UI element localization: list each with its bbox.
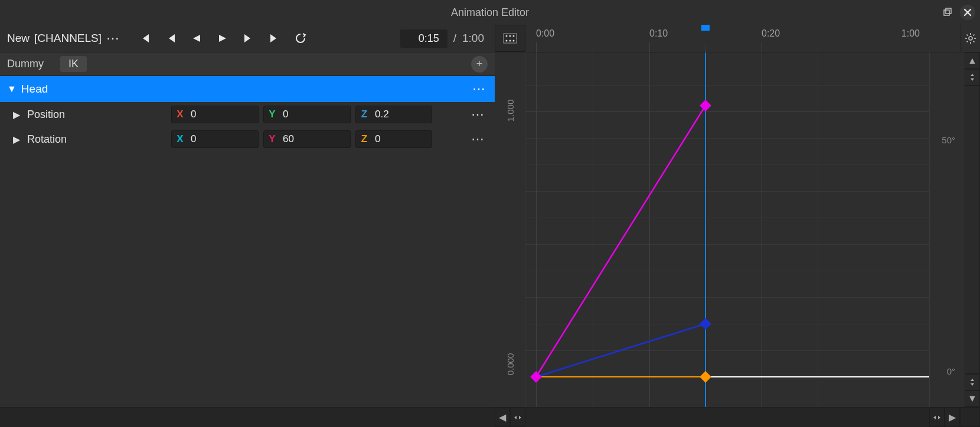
ruler-tick: 0:20 xyxy=(762,28,780,39)
time-total: 1:00 xyxy=(462,32,488,45)
graph-canvas[interactable] xyxy=(525,52,929,407)
svg-rect-2 xyxy=(504,34,517,43)
add-track-button[interactable]: + xyxy=(471,56,488,73)
vertical-scrollbar[interactable]: ▲ ▼ xyxy=(965,52,980,407)
rotation-label: Rotation xyxy=(27,133,166,146)
close-button[interactable] xyxy=(960,5,975,20)
scroll-left-button[interactable]: ◀ xyxy=(495,408,510,427)
step-forward-button[interactable] xyxy=(236,28,261,48)
settings-button[interactable] xyxy=(960,25,980,52)
svg-point-5 xyxy=(513,35,515,37)
zoom-h-button[interactable] xyxy=(510,408,525,427)
y-right-bottom: 0° xyxy=(947,366,955,376)
timeline-ruler[interactable]: 0:00 0:10 0:20 1:00 xyxy=(525,25,960,52)
zoom-h-button[interactable] xyxy=(929,408,945,427)
ruler-tick: 0:00 xyxy=(536,28,554,39)
y-axis-label: Y xyxy=(264,109,280,120)
playhead-handle[interactable] xyxy=(701,25,710,31)
go-to-start-button[interactable] xyxy=(132,28,157,48)
rotation-row: ▶ Rotation X Y Z ⋯ xyxy=(0,127,495,152)
disclosure-right-icon[interactable]: ▶ xyxy=(13,134,20,145)
right-panel: 0:00 0:10 0:20 1:00 1.000 0.000 xyxy=(495,25,980,427)
scroll-up-button[interactable]: ▲ xyxy=(965,52,980,69)
position-x-input[interactable] xyxy=(188,109,247,120)
left-panel-footer xyxy=(0,407,495,427)
svg-point-3 xyxy=(506,35,508,37)
ik-badge[interactable]: IK xyxy=(60,56,87,72)
timeline-header: 0:00 0:10 0:20 1:00 xyxy=(495,25,980,52)
horizontal-scrollbar[interactable]: ◀ ▶ xyxy=(495,407,980,427)
position-row: ▶ Position X Y Z ⋯ xyxy=(0,102,495,127)
time-separator: / xyxy=(453,32,456,45)
ruler-tick: 1:00 xyxy=(901,28,920,39)
z-axis-label: Z xyxy=(356,109,373,120)
position-y-field[interactable]: Y xyxy=(263,106,351,123)
svg-rect-1 xyxy=(946,8,951,14)
disclosure-down-icon: ▼ xyxy=(7,84,17,94)
left-panel: New [CHANNELS] ⋯ 0:15 / 1:00 Dummy IK + xyxy=(0,25,495,427)
time-current-input[interactable]: 0:15 xyxy=(400,29,447,48)
grid-snap-button[interactable] xyxy=(495,25,525,52)
ruler-tick: 0:10 xyxy=(649,28,668,39)
play-button[interactable] xyxy=(210,28,235,48)
window-title: Animation Editor xyxy=(451,6,529,19)
svg-line-12 xyxy=(536,324,705,377)
svg-point-7 xyxy=(509,40,511,42)
object-header: Dummy IK + xyxy=(0,52,495,76)
go-to-end-button[interactable] xyxy=(262,28,287,48)
rotation-y-input[interactable] xyxy=(280,133,339,145)
rotation-x-input[interactable] xyxy=(188,133,247,145)
y-axis-label: Y xyxy=(264,133,280,145)
play-reverse-button[interactable] xyxy=(184,28,209,48)
animation-tag: [CHANNELS] xyxy=(34,32,102,45)
y-axis-left: 1.000 0.000 xyxy=(495,52,525,407)
svg-point-9 xyxy=(969,37,972,40)
rotation-z-field[interactable]: Z xyxy=(355,130,432,148)
position-y-input[interactable] xyxy=(280,109,339,120)
y-left-bottom: 0.000 xyxy=(505,353,515,376)
scroll-down-button[interactable]: ▼ xyxy=(965,390,980,407)
zoom-v-button[interactable] xyxy=(965,69,980,86)
track-menu-button[interactable]: ⋯ xyxy=(471,81,488,97)
y-left-top: 1.000 xyxy=(505,100,515,122)
svg-line-13 xyxy=(536,106,705,377)
animation-name[interactable]: New xyxy=(7,32,30,45)
x-axis-label: X xyxy=(172,133,188,145)
y-right-top: 50° xyxy=(942,135,955,145)
step-back-button[interactable] xyxy=(158,28,183,48)
svg-rect-0 xyxy=(944,10,949,15)
rotation-z-input[interactable] xyxy=(373,133,432,145)
track-head[interactable]: ▼ Head ⋯ xyxy=(0,76,495,102)
x-axis-label: X xyxy=(172,109,188,120)
zoom-v-button[interactable] xyxy=(965,374,980,390)
position-menu-button[interactable]: ⋯ xyxy=(470,106,486,123)
maximize-button[interactable] xyxy=(940,5,955,20)
scrollbar-corner xyxy=(960,408,980,427)
titlebar: Animation Editor xyxy=(0,0,980,25)
z-axis-label: Z xyxy=(356,133,373,145)
svg-point-8 xyxy=(513,40,515,42)
position-label: Position xyxy=(27,109,166,121)
position-z-input[interactable] xyxy=(373,109,432,120)
rotation-x-field[interactable]: X xyxy=(171,130,259,148)
animation-menu-button[interactable]: ⋯ xyxy=(105,30,122,47)
disclosure-right-icon[interactable]: ▶ xyxy=(13,109,20,120)
y-axis-right: 50° 0° xyxy=(929,52,965,407)
loop-button[interactable] xyxy=(288,28,313,48)
position-z-field[interactable]: Z xyxy=(355,106,432,123)
graph-area: 1.000 0.000 xyxy=(495,52,980,407)
rotation-y-field[interactable]: Y xyxy=(263,130,351,148)
scroll-right-button[interactable]: ▶ xyxy=(945,408,960,427)
track-name: Head xyxy=(21,83,48,96)
svg-point-6 xyxy=(506,40,508,42)
object-name: Dummy xyxy=(7,58,44,70)
rotation-menu-button[interactable]: ⋯ xyxy=(470,131,486,147)
svg-point-4 xyxy=(509,35,511,37)
toolbar: New [CHANNELS] ⋯ 0:15 / 1:00 xyxy=(0,25,495,52)
position-x-field[interactable]: X xyxy=(171,106,259,123)
